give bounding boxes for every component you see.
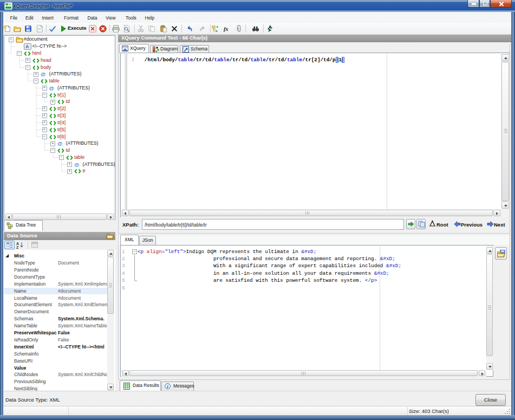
svg-text:A: A xyxy=(25,44,29,49)
svg-text:fx: fx xyxy=(224,26,229,32)
svg-text:Z: Z xyxy=(16,245,19,249)
svg-text:A: A xyxy=(16,242,19,245)
